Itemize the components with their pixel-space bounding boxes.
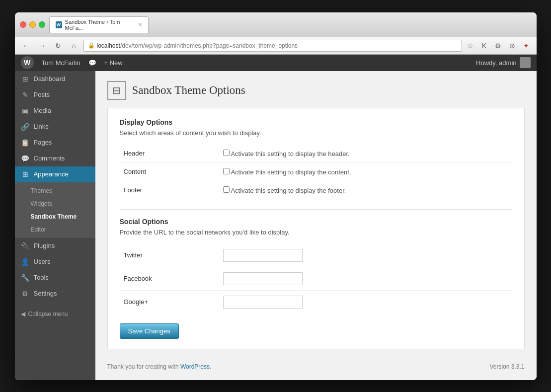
collapse-menu-button[interactable]: ◀ Collapse menu (15, 307, 95, 321)
sidebar-item-posts[interactable]: ✎ Posts (15, 87, 95, 103)
page-title: Sandbox Theme Options (132, 84, 245, 97)
footer-checkbox-label: Activate this setting to display the foo… (231, 187, 346, 194)
content-checkbox[interactable] (223, 168, 230, 174)
sidebar-item-dashboard[interactable]: ⊞ Dashboard (15, 71, 95, 87)
admin-bar-comment[interactable]: 💬 (88, 59, 96, 67)
content-area: ⊟ Sandbox Theme Options Display Options … (95, 71, 537, 380)
sidebar-item-links[interactable]: 🔗 Links (15, 119, 95, 135)
content-checkbox-label: Activate this setting to display the con… (231, 168, 351, 176)
address-text: localhost/dev/tom/wp/wp-admin/themes.php… (97, 42, 298, 49)
footer-checkbox[interactable] (223, 186, 230, 193)
new-button[interactable]: + New (104, 59, 123, 67)
tools-icon[interactable]: ⚙ (493, 40, 504, 51)
submenu-item-widgets[interactable]: Widgets (15, 197, 95, 210)
table-row: Footer Activate this setting to display … (120, 181, 512, 199)
page-title-row: ⊟ Sandbox Theme Options (107, 81, 525, 100)
table-row: Twitter (120, 244, 512, 267)
google-plus-input[interactable] (223, 296, 303, 309)
version-text: Version 3.3.1 (489, 363, 524, 370)
header-checkbox-label: Activate this setting to display the hea… (231, 150, 349, 157)
sidebar-item-appearance[interactable]: ⊞ Appearance (15, 166, 95, 182)
sidebar-label-tools: Tools (34, 274, 49, 281)
toolbar-icons: ☆ K ⚙ ⊕ ✦ (465, 40, 532, 51)
sidebar-item-users[interactable]: 👤 Users (15, 254, 95, 270)
section-divider (120, 209, 512, 210)
wp-admin-bar: W Tom McFarlin 💬 + New Howdy, admin (15, 55, 537, 71)
browser-titlebar: W Sandbox Theme ‹ Tom McFa... ✕ (15, 12, 537, 37)
browser-tab[interactable]: W Sandbox Theme ‹ Tom McFa... ✕ (49, 16, 149, 33)
footer-thanks: Thank you for creating with WordPress. (107, 363, 212, 370)
forward-button[interactable]: → (36, 40, 49, 52)
maximize-button[interactable] (39, 21, 45, 28)
google-plus-input-cell (219, 290, 512, 314)
header-option-cell: Activate this setting to display the hea… (219, 145, 512, 163)
wordpress-link[interactable]: WordPress (180, 363, 210, 370)
extension-icon[interactable]: ✦ (521, 40, 532, 51)
page-icon-glyph: ⊟ (112, 84, 121, 96)
site-name: Tom McFarlin (42, 59, 80, 67)
content-label: Content (120, 162, 219, 181)
display-options-table: Header Activate this setting to display … (120, 145, 512, 199)
home-button[interactable]: ⌂ (68, 40, 80, 52)
sidebar-item-comments[interactable]: 💬 Comments (15, 151, 95, 166)
table-row: Facebook (120, 267, 512, 290)
social-options-desc: Provide the URL to the social networks y… (120, 229, 512, 236)
tools-sidebar-icon: 🔧 (21, 274, 30, 282)
sidebar-label-settings: Settings (34, 290, 57, 297)
header-label: Header (120, 145, 219, 163)
save-changes-button[interactable]: Save Changes (120, 323, 179, 339)
address-bar[interactable]: 🔒 localhost/dev/tom/wp/wp-admin/themes.p… (83, 40, 462, 52)
keybindings-icon[interactable]: K (479, 40, 490, 51)
sidebar-label-posts: Posts (34, 91, 50, 98)
sidebar-item-tools[interactable]: 🔧 Tools (15, 270, 95, 286)
layers-icon[interactable]: ⊕ (507, 40, 518, 51)
sidebar-item-media[interactable]: ▣ Media (15, 103, 95, 119)
facebook-input-cell (219, 267, 512, 290)
submenu-item-sandbox-theme[interactable]: Sandbox Theme (15, 210, 95, 223)
close-button[interactable] (20, 21, 26, 28)
admin-bar-left: W Tom McFarlin 💬 + New (21, 56, 123, 69)
star-icon[interactable]: ☆ (465, 40, 476, 51)
footer-option-cell: Activate this setting to display the foo… (219, 181, 512, 199)
wp-logo[interactable]: W (21, 56, 34, 69)
back-button[interactable]: ← (20, 40, 33, 52)
footer: Thank you for creating with WordPress. V… (107, 353, 525, 370)
minimize-button[interactable] (29, 21, 36, 28)
submenu-item-editor[interactable]: Editor (15, 223, 95, 236)
tab-title: Sandbox Theme ‹ Tom McFa... (65, 19, 135, 31)
sidebar-label-links: Links (34, 123, 49, 130)
sidebar-item-pages[interactable]: 📋 Pages (15, 135, 95, 151)
users-icon: 👤 (21, 258, 30, 266)
twitter-label: Twitter (120, 244, 219, 267)
appearance-icon: ⊞ (21, 170, 30, 178)
table-row: Header Activate this setting to display … (120, 145, 512, 163)
footer-label: Footer (120, 181, 219, 199)
facebook-label: Facebook (120, 267, 219, 290)
traffic-lights (20, 21, 45, 28)
options-card: Display Options Select which areas of co… (107, 108, 525, 349)
content-inner: ⊟ Sandbox Theme Options Display Options … (107, 81, 525, 353)
sidebar-item-plugins[interactable]: 🔌 Plugins (15, 238, 95, 254)
settings-icon: ⚙ (21, 290, 30, 298)
reload-button[interactable]: ↻ (52, 40, 65, 52)
twitter-input[interactable] (223, 249, 303, 262)
links-icon: 🔗 (21, 123, 30, 131)
howdy-text: Howdy, admin (476, 59, 516, 67)
tab-close-icon[interactable]: ✕ (138, 22, 142, 27)
header-checkbox[interactable] (223, 150, 230, 156)
display-options-desc: Select which areas of content you wish t… (120, 129, 512, 137)
admin-bar-right: Howdy, admin (476, 57, 530, 68)
sidebar-label-pages: Pages (34, 139, 52, 146)
media-icon: ▣ (21, 107, 30, 115)
sidebar-label-media: Media (34, 107, 51, 114)
sidebar-item-settings[interactable]: ⚙ Settings (15, 286, 95, 302)
sidebar-label-plugins: Plugins (34, 242, 55, 249)
collapse-arrow-icon: ◀ (21, 311, 25, 317)
submenu-item-themes[interactable]: Themes (15, 184, 95, 197)
google-plus-label: Google+ (120, 290, 219, 314)
facebook-input[interactable] (223, 272, 303, 285)
sidebar-label-comments: Comments (34, 155, 65, 162)
page-icon: ⊟ (107, 81, 126, 100)
sidebar-label-appearance: Appearance (34, 170, 69, 178)
browser-window: W Sandbox Theme ‹ Tom McFa... ✕ ← → ↻ ⌂ … (15, 12, 537, 380)
